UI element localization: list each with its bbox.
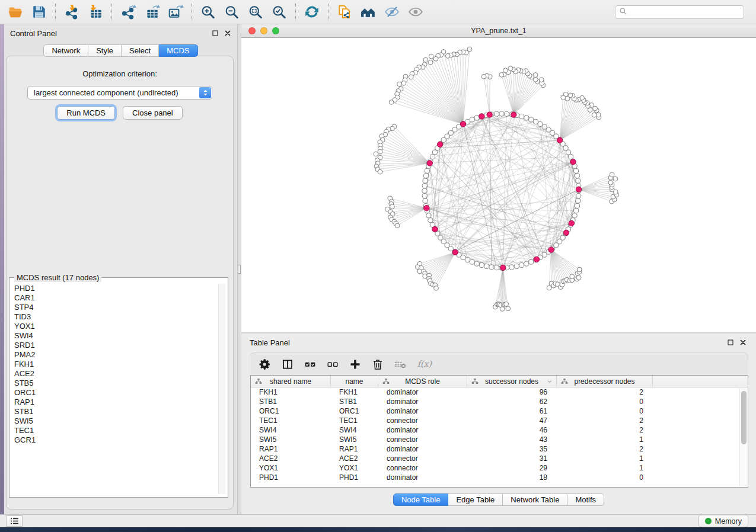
export-network-button[interactable]: [116, 2, 140, 22]
column-header-shared-name[interactable]: shared name: [251, 376, 331, 387]
graph-node[interactable]: [499, 111, 504, 116]
cell-shared-name[interactable]: SWI4: [251, 425, 331, 435]
cell-name[interactable]: SWI4: [331, 425, 378, 435]
mcds-result-item[interactable]: SRD1: [14, 341, 217, 350]
graph-node[interactable]: [389, 100, 394, 105]
graph-node[interactable]: [484, 264, 489, 268]
clone-network-button[interactable]: [333, 2, 356, 22]
graph-node[interactable]: [422, 183, 427, 188]
cell-shared-name[interactable]: STB1: [251, 397, 331, 406]
graph-mcds-hub-node[interactable]: [500, 265, 506, 270]
cell-shared-name[interactable]: ACE2: [251, 454, 331, 463]
mcds-result-item[interactable]: GCR1: [14, 435, 217, 445]
save-session-button[interactable]: [27, 2, 51, 22]
graph-node[interactable]: [538, 121, 543, 126]
cell-successor-nodes[interactable]: 47: [467, 416, 557, 425]
mcds-result-item[interactable]: SWI4: [14, 331, 217, 341]
cell-MCDS-role[interactable]: dominator: [378, 473, 467, 482]
graph-node[interactable]: [428, 60, 433, 65]
mcds-result-item[interactable]: ACE2: [14, 369, 217, 379]
graph-node[interactable]: [542, 124, 547, 129]
mcds-result-scrollbar[interactable]: [218, 284, 225, 494]
graph-node[interactable]: [575, 174, 579, 178]
select-all-rows-button[interactable]: [301, 355, 319, 373]
graph-node[interactable]: [572, 213, 577, 218]
table-row[interactable]: SWI4SWI4dominator462: [251, 425, 748, 435]
graph-mcds-hub-node[interactable]: [424, 206, 429, 211]
graph-node[interactable]: [524, 116, 529, 120]
cell-successor-nodes[interactable]: 62: [467, 397, 557, 406]
graph-node[interactable]: [529, 259, 534, 264]
graph-node[interactable]: [566, 150, 570, 155]
cell-MCDS-role[interactable]: connector: [378, 435, 467, 444]
graph-node[interactable]: [533, 119, 538, 124]
network-window-titlebar[interactable]: YPA_prune.txt_1: [241, 24, 756, 38]
graph-node[interactable]: [390, 204, 395, 209]
cell-MCDS-role[interactable]: connector: [378, 454, 467, 463]
cell-predecessor-nodes[interactable]: 2: [557, 444, 653, 454]
graph-mcds-hub-node[interactable]: [452, 249, 458, 255]
table-row[interactable]: YOX1YOX1connector291: [251, 463, 748, 473]
float-panel-icon[interactable]: [212, 30, 219, 37]
graph-node[interactable]: [504, 111, 509, 116]
splitter-grip[interactable]: [238, 265, 241, 274]
graph-mcds-hub-node[interactable]: [557, 137, 562, 143]
show-neighbors-button[interactable]: [356, 2, 380, 22]
cell-predecessor-nodes[interactable]: 0: [557, 406, 653, 416]
zoom-selected-button[interactable]: [267, 2, 291, 22]
graph-node[interactable]: [576, 198, 580, 203]
graph-node[interactable]: [494, 265, 499, 270]
cell-MCDS-role[interactable]: connector: [378, 416, 467, 425]
graph-node[interactable]: [395, 223, 400, 228]
cell-predecessor-nodes[interactable]: 0: [557, 397, 653, 406]
graph-node[interactable]: [378, 149, 382, 154]
graph-node[interactable]: [470, 259, 474, 264]
graph-mcds-hub-node[interactable]: [511, 112, 516, 117]
export-image-button[interactable]: [164, 2, 187, 22]
mcds-result-item[interactable]: PMA2: [14, 350, 217, 360]
column-header-MCDS-role[interactable]: MCDS role: [378, 376, 467, 387]
close-panel-icon[interactable]: [224, 30, 231, 37]
import-network-button[interactable]: [60, 2, 84, 22]
graph-node[interactable]: [519, 262, 524, 267]
cell-shared-name[interactable]: FKH1: [251, 387, 331, 397]
mcds-result-item[interactable]: FKH1: [14, 360, 217, 369]
mcds-result-item[interactable]: STP4: [14, 303, 217, 312]
cell-successor-nodes[interactable]: 29: [467, 463, 557, 473]
mcds-result-item[interactable]: RAP1: [14, 398, 217, 407]
graph-mcds-hub-node[interactable]: [548, 247, 554, 252]
graph-node[interactable]: [576, 275, 581, 280]
graph-node[interactable]: [573, 209, 578, 213]
table-row[interactable]: RAP1RAP1dominator352: [251, 444, 748, 454]
graph-node[interactable]: [565, 96, 570, 101]
cell-name[interactable]: RAP1: [331, 444, 378, 454]
graph-node[interactable]: [474, 116, 479, 120]
graph-node[interactable]: [401, 81, 406, 85]
graph-node[interactable]: [504, 302, 509, 307]
column-header-successor-nodes[interactable]: successor nodes: [467, 376, 557, 387]
graph-mcds-hub-node[interactable]: [432, 226, 438, 232]
network-canvas[interactable]: [241, 38, 756, 332]
table-scrollbar-thumb[interactable]: [741, 391, 747, 444]
task-history-button[interactable]: [6, 515, 23, 527]
mcds-result-item[interactable]: STB1: [14, 407, 217, 416]
graph-node[interactable]: [613, 177, 618, 181]
mcds-result-item[interactable]: SWI5: [14, 416, 217, 426]
cell-shared-name[interactable]: TEC1: [251, 416, 331, 425]
graph-node[interactable]: [568, 154, 573, 159]
graph-node[interactable]: [509, 265, 514, 270]
cell-MCDS-role[interactable]: connector: [378, 463, 467, 473]
cell-MCDS-role[interactable]: dominator: [378, 444, 467, 454]
criterion-dropdown[interactable]: largest connected component (undirected): [27, 86, 212, 100]
table-row[interactable]: SWI5SWI5connector431: [251, 435, 748, 444]
table-scrollbar[interactable]: [739, 388, 747, 486]
graph-node[interactable]: [423, 178, 428, 183]
mcds-result-item[interactable]: STB5: [14, 379, 217, 388]
graph-node[interactable]: [474, 261, 479, 266]
cell-MCDS-role[interactable]: dominator: [378, 397, 467, 406]
graph-node[interactable]: [570, 274, 575, 279]
graph-node[interactable]: [470, 117, 474, 122]
cell-name[interactable]: ACE2: [331, 454, 378, 463]
graph-node[interactable]: [422, 188, 427, 193]
graph-node[interactable]: [573, 168, 578, 173]
